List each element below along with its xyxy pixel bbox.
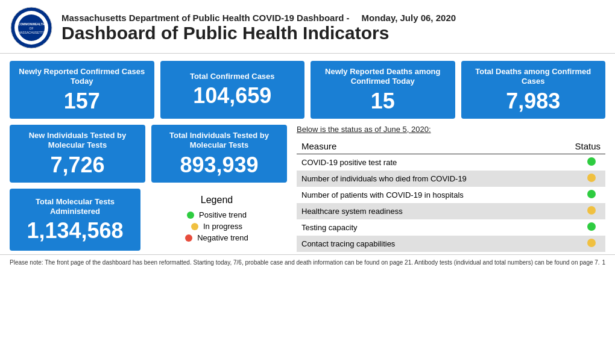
bottom-section: New Individuals Tested by Molecular Test… bbox=[10, 125, 605, 252]
header-date: Monday, July 06, 2020 bbox=[362, 13, 456, 23]
metric-new-deaths-label: Newly Reported Deaths among Confirmed To… bbox=[318, 67, 448, 87]
legend-item-positive: Positive trend bbox=[187, 210, 247, 219]
table-row: COVID-19 positive test rate bbox=[297, 154, 605, 171]
status-cell bbox=[554, 236, 605, 252]
metrics-row-1: Newly Reported Confirmed Cases Today 157… bbox=[10, 61, 605, 119]
status-dot bbox=[587, 190, 596, 198]
measure-cell: Number of patients with COVID-19 in hosp… bbox=[297, 187, 554, 203]
header: COMMONWEALTH OF MASSACHUSETTS Massachuse… bbox=[0, 0, 615, 54]
status-dot bbox=[587, 206, 596, 215]
status-cell bbox=[554, 219, 605, 236]
header-subtitle: Massachusetts Department of Public Healt… bbox=[62, 13, 350, 23]
metric-total-deaths-label: Total Deaths among Confirmed Cases bbox=[468, 67, 599, 87]
metric-new-deaths-value: 15 bbox=[371, 89, 395, 113]
measure-cell: Number of individuals who died from COVI… bbox=[297, 171, 554, 187]
metric-total-individuals-tested-label: Total Individuals Tested by Molecular Te… bbox=[159, 131, 280, 151]
page-number: 1 bbox=[602, 259, 605, 267]
svg-text:OF: OF bbox=[30, 27, 34, 30]
status-dot bbox=[587, 157, 596, 166]
metric-total-confirmed-cases-value: 104,659 bbox=[193, 84, 271, 108]
status-cell bbox=[554, 171, 605, 187]
table-row: Testing capacity bbox=[297, 219, 605, 236]
metric-new-individuals-tested-value: 7,726 bbox=[50, 153, 104, 177]
metric-total-individuals-tested-value: 893,939 bbox=[180, 153, 258, 177]
metric-total-deaths: Total Deaths among Confirmed Cases 7,983 bbox=[461, 61, 606, 119]
metric-new-individuals-tested-label: New Individuals Tested by Molecular Test… bbox=[17, 131, 138, 151]
metric-total-confirmed-cases-label: Total Confirmed Cases bbox=[190, 72, 275, 81]
status-table: Measure Status COVID-19 positive test ra… bbox=[297, 139, 605, 252]
footer-text: Please note: The front page of the dashb… bbox=[10, 259, 600, 266]
table-row: Healthcare system readiness bbox=[297, 203, 605, 219]
header-text: Massachusetts Department of Public Healt… bbox=[62, 13, 456, 43]
legend-inprogress-label: In progress bbox=[203, 222, 242, 231]
metric-new-confirmed-cases-value: 157 bbox=[64, 89, 100, 113]
status-dot bbox=[587, 222, 596, 231]
metric-total-molecular-tests: Total Molecular Tests Administered 1,134… bbox=[10, 189, 140, 251]
metric-new-individuals-tested: New Individuals Tested by Molecular Test… bbox=[10, 125, 145, 183]
metric-new-deaths: Newly Reported Deaths among Confirmed To… bbox=[311, 61, 455, 119]
measure-cell: Contact tracing capabilities bbox=[297, 236, 554, 252]
status-note: Below is the status as of June 5, 2020: bbox=[297, 125, 605, 134]
legend-box: Legend Positive trend In progress Negati… bbox=[147, 189, 287, 251]
svg-text:COMMONWEALTH: COMMONWEALTH bbox=[18, 22, 45, 26]
status-dot bbox=[587, 174, 596, 182]
col-status-header: Status bbox=[554, 139, 605, 154]
metric-new-confirmed-cases: Newly Reported Confirmed Cases Today 157 bbox=[10, 61, 154, 119]
status-cell bbox=[554, 203, 605, 219]
metric-total-confirmed-cases: Total Confirmed Cases 104,659 bbox=[160, 61, 305, 119]
metric-total-molecular-tests-value: 1,134,568 bbox=[27, 219, 123, 243]
metrics-row-3: Total Molecular Tests Administered 1,134… bbox=[10, 189, 287, 251]
in-progress-dot bbox=[191, 223, 198, 230]
table-row: Number of patients with COVID-19 in hosp… bbox=[297, 187, 605, 203]
legend-item-negative: Negative trend bbox=[185, 233, 248, 242]
legend-item-inprogress: In progress bbox=[191, 222, 242, 231]
measure-cell: Healthcare system readiness bbox=[297, 203, 554, 219]
metrics-row-2: New Individuals Tested by Molecular Test… bbox=[10, 125, 287, 183]
svg-text:MASSACHUSETTS: MASSACHUSETTS bbox=[18, 31, 45, 34]
negative-trend-dot bbox=[185, 234, 192, 242]
status-dot bbox=[587, 239, 596, 247]
footer: 1 Please note: The front page of the das… bbox=[0, 254, 615, 271]
table-row: Number of individuals who died from COVI… bbox=[297, 171, 605, 187]
status-cell bbox=[554, 154, 605, 171]
measure-cell: Testing capacity bbox=[297, 219, 554, 236]
metric-total-molecular-tests-label: Total Molecular Tests Administered bbox=[17, 197, 133, 217]
legend-title: Legend bbox=[201, 195, 233, 206]
metrics-section: Newly Reported Confirmed Cases Today 157… bbox=[0, 54, 615, 254]
status-cell bbox=[554, 187, 605, 203]
metric-new-confirmed-cases-label: Newly Reported Confirmed Cases Today bbox=[17, 67, 147, 87]
metric-total-individuals-tested: Total Individuals Tested by Molecular Te… bbox=[151, 125, 287, 183]
metric-total-deaths-value: 7,983 bbox=[506, 89, 560, 113]
col-measure-header: Measure bbox=[297, 139, 554, 154]
logo: COMMONWEALTH OF MASSACHUSETTS bbox=[10, 6, 53, 49]
table-row: Contact tracing capabilities bbox=[297, 236, 605, 252]
positive-trend-dot bbox=[187, 212, 194, 219]
measure-cell: COVID-19 positive test rate bbox=[297, 154, 554, 171]
legend-negative-label: Negative trend bbox=[197, 233, 248, 242]
left-bottom: New Individuals Tested by Molecular Test… bbox=[10, 125, 287, 252]
legend-positive-label: Positive trend bbox=[199, 210, 247, 219]
right-panel: Below is the status as of June 5, 2020: … bbox=[297, 125, 605, 252]
header-title: Dashboard of Public Health Indicators bbox=[62, 23, 456, 43]
